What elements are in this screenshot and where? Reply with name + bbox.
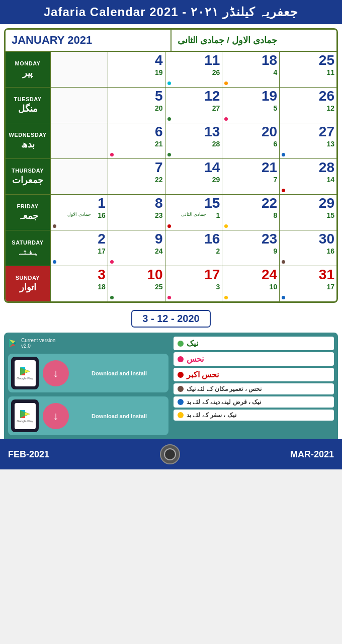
google-play-label-2: Google Play <box>17 420 33 423</box>
date-cell[interactable]: 217 <box>222 159 280 194</box>
day-label-saturday: SATURDAYہفتہ <box>6 230 51 266</box>
date-cell[interactable]: 722 <box>108 159 165 194</box>
date-cell[interactable]: 1126 <box>165 52 223 87</box>
google-play-label-1: Google Play <box>17 377 33 380</box>
hijri-date: 11 <box>326 68 334 76</box>
promo-cards: Current version v2.0 Google Play <box>8 337 168 435</box>
event-dot <box>167 82 171 85</box>
legend-text-4: نیک ، قرض لینے دینے کے لئے بد <box>187 398 261 406</box>
hijri-date: 6 <box>273 140 277 148</box>
event-dot <box>282 189 285 192</box>
hijri-date: 5 <box>273 104 277 112</box>
date-cell[interactable]: 823 <box>108 195 165 230</box>
date-cell[interactable]: 151جمادی الثانی <box>165 195 223 230</box>
cal-row-saturday: SATURDAYہفتہ2179241622393016 <box>6 230 336 266</box>
day-ur-wednesday: بدھ <box>21 139 35 150</box>
event-dot <box>282 296 285 299</box>
event-dot <box>282 260 285 264</box>
day-ur-saturday: ہفتہ <box>17 247 39 257</box>
date-cell[interactable]: 184 <box>222 52 280 87</box>
event-dot <box>282 153 285 156</box>
date-cell[interactable]: 1328 <box>165 123 223 158</box>
date-cell[interactable]: 2713 <box>280 123 336 158</box>
legend-text-5: نیک ، سفر کے لئے بد <box>187 412 236 419</box>
date-cell[interactable]: 116جمادی الاول <box>51 195 108 230</box>
date-cell[interactable]: 195 <box>222 88 280 123</box>
cal-row-sunday: SUNDAYاتوار318102517324103117 <box>6 266 336 301</box>
download-btn-1[interactable]: ↓ <box>43 360 69 386</box>
cal-row-monday: MONDAYپیر41911261842511 <box>6 52 336 88</box>
greg-date: 18 <box>262 53 277 67</box>
greg-date: 13 <box>204 125 220 139</box>
date-cell[interactable]: 1227 <box>165 88 223 123</box>
hijri-date: 29 <box>212 176 220 184</box>
event-dot <box>224 296 228 299</box>
date-cell[interactable] <box>51 123 108 158</box>
hijri-date: 3 <box>216 283 220 291</box>
day-en-sunday: SUNDAY <box>16 275 40 281</box>
date-cell[interactable]: 318 <box>51 266 108 301</box>
hijri-date: 16 <box>326 247 334 255</box>
bottom-section: Current version v2.0 Google Play <box>4 333 338 439</box>
date-cell[interactable]: 239 <box>222 230 280 266</box>
greg-date: 14 <box>204 160 220 175</box>
event-dot <box>167 117 171 121</box>
date-cell[interactable]: 2511 <box>280 52 336 87</box>
date-cell[interactable]: 217 <box>51 230 108 266</box>
greg-date: 2 <box>98 232 106 246</box>
legend-item-3: نحس ، تعمیر مکان کے لئے نیک <box>174 383 334 394</box>
cal-row-thursday: THURSDAYجمعرات72214292172814 <box>6 159 336 195</box>
legend-item-1: نحس <box>174 352 334 366</box>
home-button[interactable] <box>160 444 180 464</box>
date-cell[interactable] <box>51 52 108 87</box>
prev-month[interactable]: FEB-2021 <box>8 449 49 460</box>
event-dot <box>224 224 228 228</box>
date-cell[interactable]: 3117 <box>280 266 336 301</box>
date-cell[interactable]: 228 <box>222 195 280 230</box>
phone-screen-2: Google Play <box>15 403 36 429</box>
legend-dot-3 <box>178 386 184 392</box>
calendar-grid: MONDAYپیر41911261842511TUESDAYمنگل520122… <box>6 52 336 301</box>
event-dot <box>110 153 114 156</box>
download-btn-2[interactable]: ↓ <box>43 403 69 429</box>
calendar-header: JANUARY 2021 جمادی الاول / جمادی الثانی <box>6 30 336 52</box>
day-en-thursday: THURSDAY <box>12 168 44 174</box>
date-cell[interactable]: 1429 <box>165 159 223 194</box>
date-cell[interactable]: 924 <box>108 230 165 266</box>
hijri-date: 9 <box>273 247 277 255</box>
app-title: Jafaria Calendar 2021 - ۲۰۲۱ جعفریہ کیلن… <box>4 5 338 19</box>
hijri-date: 18 <box>98 283 106 291</box>
date-cell[interactable]: 2915 <box>280 195 336 230</box>
download-arrow-1: ↓ <box>53 367 59 380</box>
phone-screen-1: Google Play <box>15 360 36 386</box>
hijri-date: 10 <box>270 283 278 291</box>
date-cell[interactable]: 2814 <box>280 159 336 194</box>
day-label-friday: FRIDAYجمعہ <box>6 195 51 230</box>
next-month[interactable]: MAR-2021 <box>290 449 334 460</box>
event-dot <box>224 82 228 85</box>
date-cell[interactable] <box>51 159 108 194</box>
date-cell[interactable]: 2612 <box>280 88 336 123</box>
event-dot <box>110 296 114 299</box>
event-dot <box>167 296 171 299</box>
promo-card-1[interactable]: Google Play ↓ Download and Install <box>8 354 168 392</box>
date-cell[interactable]: 419 <box>108 52 165 87</box>
date-cell[interactable]: 2410 <box>222 266 280 301</box>
cal-row-wednesday: WEDNESDAYبدھ62113282062713 <box>6 123 336 159</box>
promo-card-2[interactable]: Google Play ↓ Download and Install <box>8 396 168 435</box>
date-cell[interactable]: 173 <box>165 266 223 301</box>
legend-text-1: نحس <box>187 354 204 364</box>
day-en-friday: FRIDAY <box>17 203 39 209</box>
date-cell[interactable]: 621 <box>108 123 165 158</box>
greg-date: 17 <box>204 268 220 282</box>
date-cell[interactable]: 520 <box>108 88 165 123</box>
event-dot <box>167 153 171 156</box>
app-wrapper: Jafaria Calendar 2021 - ۲۰۲۱ جعفریہ کیلن… <box>0 0 342 469</box>
date-cell[interactable]: 206 <box>222 123 280 158</box>
date-cell[interactable]: 3016 <box>280 230 336 266</box>
day-ur-thursday: جمعرات <box>12 175 43 186</box>
hijri-date: 2 <box>216 247 220 255</box>
date-cell[interactable]: 162 <box>165 230 223 266</box>
date-cell[interactable] <box>51 88 108 123</box>
date-cell[interactable]: 1025 <box>108 266 165 301</box>
